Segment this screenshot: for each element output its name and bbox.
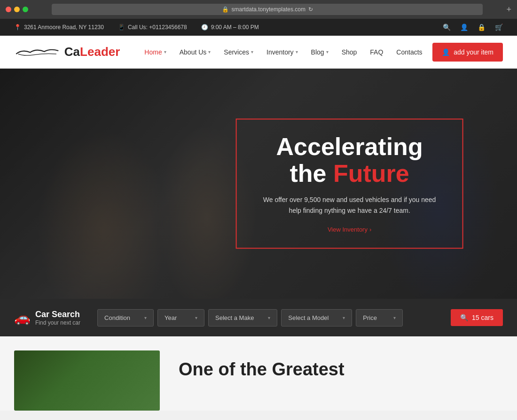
hero-section: Accelerating the Future We offer over 9,… (0, 69, 517, 299)
nav-item-shop[interactable]: Shop (336, 45, 363, 60)
url-text: smartdata.tonytemplates.com (232, 6, 306, 13)
nav-item-home[interactable]: Home ▾ (139, 45, 172, 60)
bottom-section: One of the Greatest (0, 336, 517, 411)
search-button-icon: 🔍 (460, 314, 468, 321)
car-search-icon: 🚗 (14, 310, 31, 326)
chevron-down-icon: ▾ (296, 49, 298, 54)
lock-icon-top[interactable]: 🔒 (478, 23, 486, 31)
chevron-down-icon: ▾ (144, 315, 147, 320)
chevron-down-icon: ▾ (326, 49, 329, 54)
chevron-down-icon: ▾ (164, 49, 166, 54)
clock-icon: 🕘 (201, 24, 208, 31)
hours-text: 9:00 AM – 8:00 PM (211, 24, 259, 31)
main-nav: Home ▾ About Us ▾ Services ▾ Inventory ▾… (139, 45, 432, 60)
cart-icon-top[interactable]: 🛒 (495, 23, 503, 31)
bottom-heading: One of the Greatest (179, 360, 345, 380)
search-button[interactable]: 🔍 15 cars (451, 309, 503, 326)
hero-subtitle: We offer over 9,500 new and used vehicle… (260, 195, 439, 216)
search-icon-top[interactable]: 🔍 (443, 23, 451, 31)
nav-item-faq[interactable]: FAQ (364, 45, 389, 60)
browser-dots (6, 7, 28, 12)
make-select[interactable]: Select a Make ▾ (208, 309, 277, 327)
add-item-icon: 👤 (442, 48, 450, 56)
address-item: 📍 3261 Anmoore Road, NY 11230 (14, 24, 104, 31)
condition-select[interactable]: Condition ▾ (97, 309, 154, 327)
phone-icon: 📱 (118, 24, 125, 31)
search-bar: 🚗 Car Search Find your next car Conditio… (0, 299, 517, 336)
search-section-title: Car Search (35, 310, 80, 319)
chevron-down-icon: ▾ (195, 315, 197, 320)
nav-item-services[interactable]: Services ▾ (218, 45, 259, 60)
logo-text: CaLeader (64, 45, 120, 59)
search-fields: Condition ▾ Year ▾ Select a Make ▾ Selec… (97, 309, 443, 327)
dot-red[interactable] (6, 7, 11, 12)
hero-title-line1: Accelerating (260, 133, 439, 160)
secure-icon: 🔒 (222, 6, 229, 13)
user-icon-top[interactable]: 👤 (460, 23, 468, 31)
chevron-down-icon: ▾ (251, 49, 253, 54)
nav-item-blog[interactable]: Blog ▾ (306, 45, 334, 60)
nav-item-about[interactable]: About Us ▾ (174, 45, 217, 60)
search-icon-block: 🚗 Car Search Find your next car (14, 310, 80, 326)
nav-item-contacts[interactable]: Contacts (391, 45, 428, 60)
chevron-down-icon: ▾ (268, 315, 270, 320)
hero-title-line2: the Future (260, 161, 439, 187)
top-bar: 📍 3261 Anmoore Road, NY 11230 📱 Call Us:… (0, 19, 517, 36)
phone-text: Call Us: +01123456678 (128, 24, 187, 31)
logo-icon (14, 45, 63, 59)
dot-yellow[interactable] (14, 7, 20, 12)
chevron-down-icon: ▾ (343, 315, 345, 320)
dot-green[interactable] (23, 7, 28, 12)
logo[interactable]: CaLeader (14, 45, 120, 59)
browser-chrome: 🔒 smartdata.tonytemplates.com ↻ + (0, 0, 517, 19)
bottom-text: One of the Greatest (179, 350, 345, 380)
search-section-subtitle: Find your next car (35, 319, 80, 326)
top-bar-right: 🔍 👤 🔒 🛒 (443, 23, 503, 31)
reload-icon[interactable]: ↻ (308, 6, 313, 13)
address-text: 3261 Anmoore Road, NY 11230 (24, 24, 104, 31)
header: CaLeader Home ▾ About Us ▾ Services ▾ In… (0, 36, 517, 69)
chevron-down-icon: ▾ (393, 315, 396, 320)
price-select[interactable]: Price ▾ (356, 309, 403, 327)
model-select[interactable]: Select a Model ▾ (281, 309, 352, 327)
nav-item-inventory[interactable]: Inventory ▾ (261, 45, 304, 60)
new-tab-button[interactable]: + (506, 5, 511, 15)
hours-item: 🕘 9:00 AM – 8:00 PM (201, 24, 259, 31)
bottom-image (14, 350, 160, 411)
hero-content: Accelerating the Future We offer over 9,… (236, 118, 463, 249)
hero-link[interactable]: View Inventory › (328, 226, 371, 233)
address-bar[interactable]: 🔒 smartdata.tonytemplates.com ↻ (52, 4, 483, 15)
hero-box: Accelerating the Future We offer over 9,… (236, 118, 463, 249)
phone-item: 📱 Call Us: +01123456678 (118, 24, 187, 31)
location-icon: 📍 (14, 24, 21, 31)
year-select[interactable]: Year ▾ (157, 309, 204, 327)
add-item-button[interactable]: 👤 add your item (432, 43, 503, 62)
chevron-down-icon: ▾ (208, 49, 211, 54)
